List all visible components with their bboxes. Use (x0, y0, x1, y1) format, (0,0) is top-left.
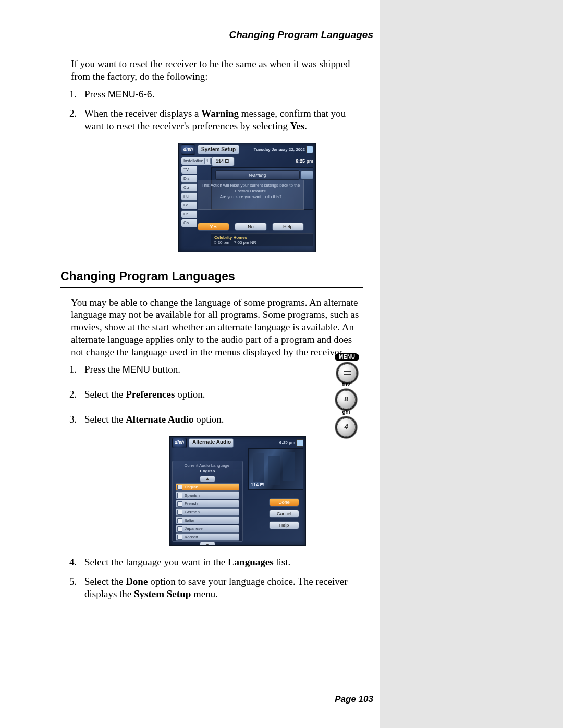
menu-pill-label: MENU (335, 353, 359, 361)
lang-item-german[interactable]: German (176, 508, 239, 516)
lang-step-2: Select the Preferences option. (79, 388, 361, 401)
lang-step-4: Select the language you want in the Lang… (79, 556, 361, 569)
lang-steps-cont: Select the language you want in the Lang… (79, 556, 361, 600)
calendar-icon (306, 146, 313, 153)
tab-pu[interactable]: Pu (181, 192, 197, 201)
lang-item-spanish[interactable]: Spanish (176, 491, 239, 499)
dialog-date: Tuesday January 22, 2002 (254, 146, 313, 153)
lang-step-5: Select the Done option to save your lang… (79, 575, 361, 600)
tab-dr[interactable]: Dr (181, 210, 197, 218)
lang-step-1: Press the MENU button. (79, 363, 361, 376)
current-language-value: English (176, 468, 239, 474)
cancel-button[interactable]: Cancel (269, 510, 299, 518)
help-button[interactable]: Help (272, 223, 304, 231)
channel-pill: 114 E! (211, 157, 235, 166)
dish-logo-icon: dish (172, 438, 187, 448)
tab-ca[interactable]: Ca (181, 219, 197, 227)
lang-step-3: Select the Alternate Audio option. (79, 413, 361, 426)
reset-steps: Press MENU-6-6. When the receiver displa… (79, 88, 361, 132)
language-panel: Current Audio Language: English ▲ Englis… (172, 461, 243, 542)
lang-item-english[interactable]: English (176, 483, 239, 491)
reset-intro: If you want to reset the receiver to be … (71, 58, 361, 83)
channel-overlay: 114 E! (251, 482, 265, 488)
clock-time: 6:25 pm (296, 158, 313, 164)
remote-menu-key: MENU (335, 349, 359, 382)
warning-message: This Action will reset your current sett… (198, 180, 304, 210)
lang-intro: You may be able to change the language o… (71, 297, 361, 359)
reset-step-2: When the receiver displays a Warning mes… (79, 107, 361, 132)
lang-item-french[interactable]: French (176, 500, 239, 508)
section-heading: Changing Program Languages (60, 269, 363, 288)
tab-dis[interactable]: Dis (181, 175, 197, 183)
page-number: Page 103 (335, 694, 373, 705)
dish-logo-icon: dish (181, 144, 195, 155)
key-label-tuv: tuv (337, 381, 356, 388)
scroll-up-icon[interactable]: ▲ (200, 476, 215, 482)
tab-tv[interactable]: TV (181, 166, 197, 174)
warning-buttons: Yes No Help (198, 223, 304, 231)
scroll-down-icon[interactable]: ▼ (200, 542, 215, 546)
tab-fa[interactable]: Fa (181, 201, 197, 209)
yes-button[interactable]: Yes (198, 223, 229, 231)
reset-step-1: Press MENU-6-6. (79, 88, 361, 101)
video-preview: 114 E! (248, 448, 303, 490)
screenshot-system-setup-warning: dish System Setup Tuesday January 22, 20… (178, 143, 316, 252)
remote-4-key: ghi 4 (337, 409, 356, 437)
dialog-title: System Setup (198, 145, 239, 154)
current-language-label: Current Audio Language: (176, 463, 239, 468)
digit-8-button-icon: 8 (337, 390, 356, 409)
page-side-column (380, 0, 563, 728)
key-label-ghi: ghi (337, 409, 356, 416)
lang-item-korean[interactable]: Korean (176, 533, 239, 541)
video-silhouettes (253, 453, 264, 482)
warning-header: Warning (215, 170, 300, 180)
tab-cu[interactable]: Cu (181, 183, 197, 192)
calendar-icon (296, 439, 303, 447)
program-info: Celebrity Homes 5:30 pm – 7:00 pm NR (211, 233, 313, 246)
dialog-title: Alternate Audio (189, 438, 234, 448)
screenshot-alternate-audio: dish Alternate Audio 6:25 pm Current Aud… (169, 436, 306, 546)
lang-item-japanese[interactable]: Japanese (176, 525, 239, 533)
help-button[interactable]: Help (269, 521, 299, 529)
dialog-clock: 6:25 pm (279, 439, 303, 447)
page-main-column: If you want to reset the receiver to be … (0, 0, 365, 608)
warning-close-icon[interactable] (301, 170, 313, 180)
menu-button-icon (338, 364, 357, 382)
tab-installation[interactable]: Installation 1 (181, 157, 213, 165)
digit-4-button-icon: 4 (337, 418, 356, 437)
no-button[interactable]: No (235, 223, 266, 231)
lang-item-italian[interactable]: Italian (176, 516, 239, 524)
done-button[interactable]: Done (269, 498, 299, 507)
remote-8-key: tuv 8 (337, 381, 356, 409)
lang-steps: Press the MENU button. Select the Prefer… (79, 363, 361, 425)
